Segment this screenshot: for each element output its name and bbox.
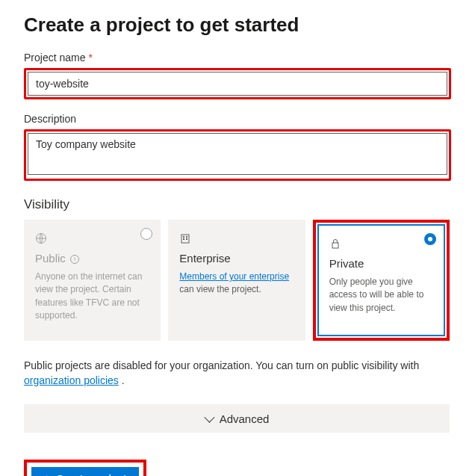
visibility-option-private[interactable]: Private Only people you give access to w… <box>317 224 445 336</box>
visibility-enterprise-title: Enterprise <box>179 252 294 265</box>
visibility-private-desc: Only people you give access to will be a… <box>329 276 433 315</box>
svg-rect-4 <box>183 238 184 240</box>
public-disabled-note: Public projects are disabled for your or… <box>24 359 450 388</box>
advanced-toggle[interactable]: Advanced <box>24 404 450 433</box>
visibility-label: Visibility <box>24 197 451 212</box>
info-icon: i <box>70 255 79 264</box>
required-indicator: * <box>88 52 92 64</box>
building-icon <box>179 232 191 244</box>
project-name-input[interactable] <box>28 72 447 96</box>
create-button-label: Create project <box>56 473 126 476</box>
visibility-enterprise-desc: Members of your enterprise can view the … <box>179 271 294 297</box>
project-name-label: Project name * <box>24 52 451 64</box>
visibility-options: Public i Anyone on the internet can view… <box>24 220 450 341</box>
visibility-public-desc: Anyone on the internet can view the proj… <box>35 271 149 323</box>
page-title: Create a project to get started <box>24 13 451 37</box>
radio-public <box>140 228 152 240</box>
lock-icon <box>329 238 341 250</box>
advanced-label: Advanced <box>220 412 270 425</box>
radio-private <box>424 233 436 245</box>
globe-icon <box>35 232 47 244</box>
visibility-private-highlight: Private Only people you give access to w… <box>313 220 450 341</box>
chevron-down-icon <box>204 412 214 423</box>
svg-rect-3 <box>186 236 187 238</box>
organization-policies-link[interactable]: organization policies <box>24 374 119 386</box>
visibility-option-enterprise[interactable]: Enterprise Members of your enterprise ca… <box>168 220 305 341</box>
plus-icon: + <box>43 473 50 476</box>
visibility-option-public: Public i Anyone on the internet can view… <box>24 220 161 341</box>
visibility-private-title: Private <box>329 257 433 270</box>
enterprise-members-link[interactable]: Members of your enterprise <box>179 271 289 282</box>
project-name-highlight <box>24 68 451 99</box>
create-button-highlight: + Create project <box>24 460 146 476</box>
description-label: Description <box>24 113 451 125</box>
visibility-public-title: Public i <box>35 252 149 265</box>
svg-rect-5 <box>186 238 187 240</box>
description-input[interactable]: Toy company website <box>28 133 447 175</box>
create-project-button[interactable]: + Create project <box>31 467 139 476</box>
svg-rect-2 <box>183 236 184 238</box>
svg-rect-6 <box>332 243 338 248</box>
description-highlight: Toy company website <box>24 129 451 181</box>
svg-rect-1 <box>181 235 189 243</box>
